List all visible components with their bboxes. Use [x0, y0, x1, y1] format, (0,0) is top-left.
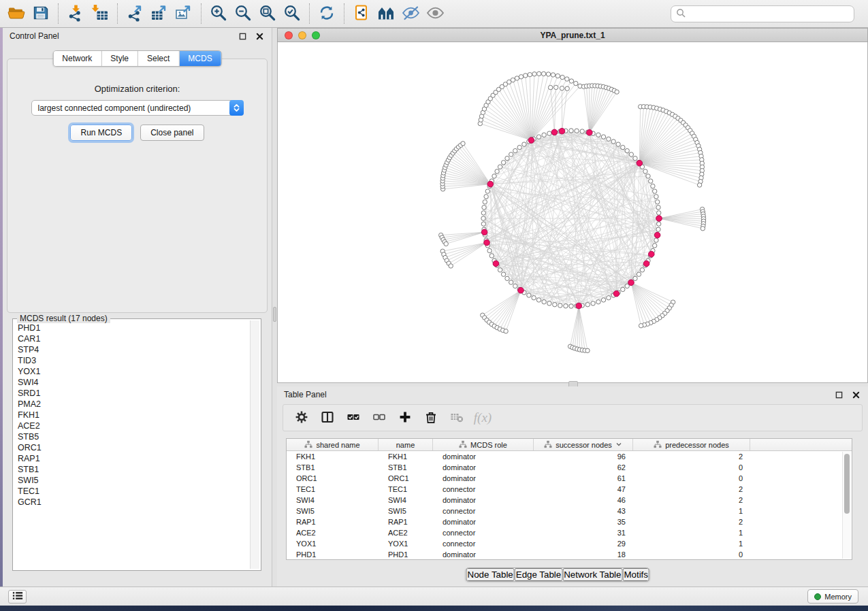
minimize-window-icon[interactable]	[298, 31, 306, 39]
mcds-node[interactable]	[487, 181, 494, 187]
ring-node[interactable]	[580, 129, 584, 133]
export-image-button[interactable]	[172, 2, 196, 25]
ring-node[interactable]	[607, 296, 611, 300]
leaf-node[interactable]	[449, 264, 453, 268]
ring-node[interactable]	[484, 195, 488, 199]
column-header-mcds-role[interactable]: MCDS role	[433, 439, 534, 450]
mcds-result-item[interactable]: ORC1	[18, 442, 245, 453]
leaf-node[interactable]	[701, 227, 705, 231]
leaf-node[interactable]	[511, 78, 515, 82]
ring-node[interactable]	[532, 296, 536, 300]
table-scrollbar[interactable]	[842, 452, 851, 559]
tab-select[interactable]: Select	[138, 51, 178, 66]
ring-node[interactable]	[575, 129, 579, 133]
ring-node[interactable]	[656, 200, 660, 204]
ring-node[interactable]	[536, 135, 541, 139]
mcds-node[interactable]	[484, 240, 490, 246]
mcds-result-item[interactable]: STB5	[18, 431, 245, 442]
ring-node[interactable]	[492, 174, 496, 178]
mcds-node[interactable]	[649, 251, 655, 257]
mcds-node[interactable]	[559, 128, 565, 134]
leaf-node[interactable]	[569, 79, 573, 83]
table-row[interactable]: STB1STB1dominator620	[287, 462, 852, 473]
close-panel-icon[interactable]	[254, 31, 265, 42]
float-panel-icon[interactable]	[833, 389, 844, 400]
ring-node[interactable]	[653, 244, 657, 248]
ring-node[interactable]	[625, 148, 629, 152]
mcds-result-item[interactable]: FKH1	[18, 410, 245, 420]
mcds-result-item[interactable]: STP4	[18, 344, 245, 355]
leaf-node[interactable]	[519, 75, 523, 79]
mcds-result-item[interactable]: SRD1	[18, 388, 245, 399]
ring-node[interactable]	[601, 298, 605, 302]
run-mcds-button[interactable]: Run MCDS	[70, 125, 132, 141]
leaf-node[interactable]	[461, 142, 465, 146]
leaf-node[interactable]	[532, 72, 536, 76]
leaf-node[interactable]	[697, 183, 701, 187]
table-row[interactable]: FKH1FKH1dominator962	[287, 451, 852, 462]
mcds-result-item[interactable]: YOX1	[18, 366, 245, 377]
ring-node[interactable]	[569, 304, 573, 308]
column-header-shared-name[interactable]: shared name	[287, 439, 379, 450]
ring-node[interactable]	[637, 272, 641, 276]
column-header-successor-nodes[interactable]: successor nodes	[534, 439, 633, 450]
ring-node[interactable]	[621, 287, 625, 291]
ring-node[interactable]	[585, 303, 590, 307]
table-row[interactable]: TEC1TEC1connector472	[287, 484, 852, 495]
mcds-result-item[interactable]: ACE2	[18, 420, 245, 431]
mcds-node[interactable]	[613, 291, 620, 297]
ring-node[interactable]	[653, 189, 657, 193]
export-network-button[interactable]	[123, 2, 147, 25]
ring-node[interactable]	[522, 142, 526, 146]
ring-node[interactable]	[501, 272, 505, 276]
leaf-node[interactable]	[560, 86, 564, 90]
ring-node[interactable]	[489, 254, 494, 258]
open-button[interactable]	[4, 2, 29, 25]
ring-node[interactable]	[505, 276, 509, 280]
zoom-in-button[interactable]	[206, 2, 231, 25]
tab-edge-table[interactable]: Edge Table	[515, 568, 562, 581]
mcds-result-item[interactable]: STB1	[18, 464, 245, 475]
leaf-node[interactable]	[546, 72, 550, 76]
ring-node[interactable]	[501, 161, 505, 165]
ring-node[interactable]	[505, 156, 509, 161]
leaf-node[interactable]	[541, 71, 545, 76]
mcds-result-item[interactable]: RAP1	[18, 453, 245, 464]
ring-node[interactable]	[481, 222, 485, 226]
settings-button[interactable]	[290, 407, 313, 429]
mcds-result-item[interactable]: GCR1	[18, 497, 245, 508]
ring-node[interactable]	[483, 200, 487, 204]
splitter-handle[interactable]	[273, 307, 276, 322]
ring-node[interactable]	[640, 268, 644, 272]
mcds-node[interactable]	[528, 137, 534, 144]
import-network-button[interactable]	[63, 2, 88, 25]
ring-node[interactable]	[601, 135, 605, 139]
float-panel-icon[interactable]	[237, 31, 248, 42]
ring-node[interactable]	[509, 280, 513, 284]
add-button[interactable]	[393, 407, 417, 429]
close-window-icon[interactable]	[285, 31, 293, 39]
mcds-result-item[interactable]: TEC1	[18, 486, 245, 497]
leaf-node[interactable]	[444, 242, 448, 246]
ring-node[interactable]	[542, 133, 546, 137]
table-row[interactable]: ORC1ORC1dominator610	[287, 473, 852, 484]
ring-node[interactable]	[517, 145, 521, 149]
ring-node[interactable]	[611, 139, 615, 144]
ring-node[interactable]	[654, 195, 658, 199]
ring-node[interactable]	[547, 301, 551, 306]
ring-node[interactable]	[607, 137, 611, 141]
leaf-node[interactable]	[560, 75, 564, 79]
leaf-node[interactable]	[515, 76, 519, 80]
import-table-button[interactable]	[88, 2, 112, 25]
ring-node[interactable]	[649, 179, 653, 183]
leaf-node[interactable]	[585, 348, 590, 352]
ring-node[interactable]	[487, 248, 492, 252]
mcds-result-item[interactable]: SWI4	[18, 377, 245, 388]
ring-node[interactable]	[498, 165, 502, 169]
ring-node[interactable]	[596, 300, 600, 304]
export-table-button[interactable]	[147, 2, 172, 25]
table-row[interactable]: PHD1PHD1dominator180	[287, 549, 852, 560]
ring-node[interactable]	[646, 174, 650, 178]
leaf-node[interactable]	[554, 85, 558, 89]
close-panel-icon[interactable]	[850, 389, 861, 400]
